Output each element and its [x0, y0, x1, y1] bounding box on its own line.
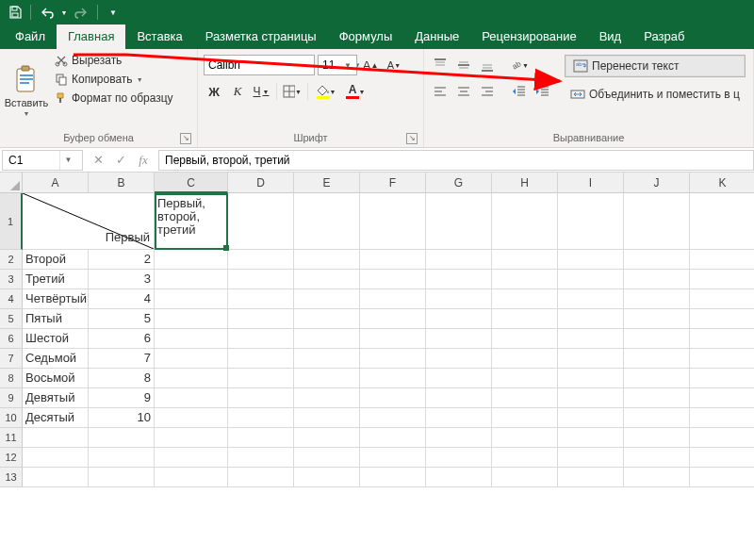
- cell[interactable]: Восьмой: [23, 369, 89, 388]
- cell[interactable]: [155, 468, 228, 487]
- cell[interactable]: [690, 468, 754, 487]
- cell[interactable]: [492, 468, 558, 487]
- col-header[interactable]: D: [228, 173, 294, 193]
- cell[interactable]: [360, 428, 426, 448]
- cell[interactable]: [360, 289, 426, 309]
- copy-dropdown-icon[interactable]: ▼: [137, 76, 143, 83]
- cell[interactable]: [492, 270, 558, 289]
- row-header[interactable]: 10: [0, 408, 23, 428]
- cell[interactable]: [690, 289, 754, 309]
- cell[interactable]: [492, 408, 558, 428]
- col-header[interactable]: G: [426, 173, 492, 193]
- tab-review[interactable]: Рецензирование: [470, 25, 587, 49]
- chevron-down-icon[interactable]: ▼: [341, 61, 354, 70]
- cell[interactable]: [426, 270, 492, 289]
- customize-qat-icon[interactable]: ▼: [102, 2, 124, 23]
- cell[interactable]: [558, 349, 624, 369]
- cell[interactable]: [426, 193, 492, 250]
- col-header[interactable]: I: [558, 173, 624, 193]
- undo-icon[interactable]: [35, 2, 57, 23]
- cell[interactable]: [558, 309, 624, 329]
- cell[interactable]: [360, 329, 426, 349]
- decrease-indent-icon[interactable]: [509, 81, 530, 102]
- cell[interactable]: [558, 250, 624, 270]
- row-header[interactable]: 4: [0, 289, 23, 309]
- cell[interactable]: Четвёртый: [23, 289, 89, 309]
- row-header[interactable]: 11: [0, 428, 23, 448]
- cell[interactable]: [690, 309, 754, 329]
- cell[interactable]: [558, 193, 624, 250]
- name-box-input[interactable]: [3, 154, 59, 167]
- cell[interactable]: [294, 369, 360, 388]
- tab-formulas[interactable]: Формулы: [328, 25, 404, 49]
- enter-formula-icon[interactable]: ✓: [109, 150, 132, 171]
- align-bottom-icon[interactable]: [477, 55, 498, 75]
- cell[interactable]: [360, 270, 426, 289]
- cell[interactable]: [426, 468, 492, 487]
- cell[interactable]: [155, 270, 228, 289]
- cell[interactable]: [690, 270, 754, 289]
- cell[interactable]: [228, 289, 294, 309]
- cut-button[interactable]: Вырезать: [51, 53, 177, 68]
- cell[interactable]: [228, 270, 294, 289]
- cell[interactable]: [624, 193, 690, 250]
- formula-input[interactable]: [158, 150, 754, 171]
- cell[interactable]: [294, 349, 360, 369]
- font-dialog-launcher-icon[interactable]: ↘: [406, 133, 418, 144]
- clipboard-dialog-launcher-icon[interactable]: ↘: [180, 133, 191, 144]
- cell[interactable]: [89, 428, 155, 448]
- cell[interactable]: [155, 289, 228, 309]
- cell[interactable]: [89, 448, 155, 468]
- col-header[interactable]: C: [155, 173, 228, 193]
- cell[interactable]: [624, 250, 690, 270]
- bold-button[interactable]: Ж: [204, 81, 224, 102]
- align-right-icon[interactable]: [477, 81, 498, 102]
- chevron-down-icon[interactable]: ▼: [330, 89, 336, 95]
- cell[interactable]: [558, 428, 624, 448]
- cell[interactable]: 6: [89, 329, 155, 349]
- row-header[interactable]: 8: [0, 369, 23, 388]
- cell[interactable]: [690, 448, 754, 468]
- cell[interactable]: [294, 193, 360, 250]
- cell[interactable]: [426, 349, 492, 369]
- cell[interactable]: 9: [89, 388, 155, 408]
- cell[interactable]: [690, 250, 754, 270]
- cell[interactable]: 7: [89, 349, 155, 369]
- col-header[interactable]: H: [492, 173, 558, 193]
- cell[interactable]: [426, 388, 492, 408]
- cell[interactable]: [426, 329, 492, 349]
- cell[interactable]: [492, 250, 558, 270]
- cell[interactable]: [426, 250, 492, 270]
- chevron-down-icon[interactable]: ▼: [295, 89, 302, 95]
- tab-developer[interactable]: Разраб: [632, 25, 696, 49]
- col-header[interactable]: E: [294, 173, 360, 193]
- cell[interactable]: [89, 468, 155, 487]
- col-header[interactable]: B: [89, 173, 155, 193]
- tab-home[interactable]: Главная: [57, 25, 125, 49]
- cell[interactable]: [228, 309, 294, 329]
- row-header[interactable]: 1: [0, 193, 23, 250]
- cell[interactable]: [155, 369, 228, 388]
- cell[interactable]: [360, 408, 426, 428]
- align-center-icon[interactable]: [453, 81, 474, 102]
- cell[interactable]: [228, 388, 294, 408]
- cell[interactable]: [228, 349, 294, 369]
- increase-indent-icon[interactable]: [533, 81, 553, 102]
- cell[interactable]: Третий: [23, 270, 89, 289]
- cell[interactable]: [228, 428, 294, 448]
- row-header[interactable]: 13: [0, 468, 23, 487]
- cell[interactable]: [426, 309, 492, 329]
- cell[interactable]: 2: [89, 250, 155, 270]
- cell[interactable]: [558, 388, 624, 408]
- cell[interactable]: Пятый: [23, 309, 89, 329]
- cell[interactable]: [624, 468, 690, 487]
- cell[interactable]: [360, 349, 426, 369]
- cell[interactable]: Седьмой: [23, 349, 89, 369]
- cell[interactable]: [294, 408, 360, 428]
- align-middle-icon[interactable]: [453, 55, 474, 75]
- decrease-font-icon[interactable]: A▼: [384, 55, 404, 75]
- cell[interactable]: [558, 468, 624, 487]
- cell[interactable]: 3: [89, 270, 155, 289]
- cell[interactable]: [624, 408, 690, 428]
- cell[interactable]: [426, 369, 492, 388]
